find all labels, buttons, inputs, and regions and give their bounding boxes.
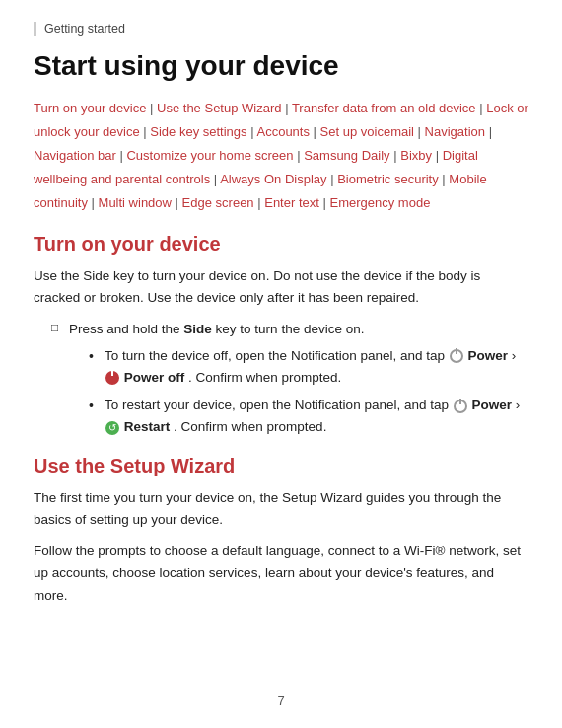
nav-link-side-key[interactable]: Side key settings bbox=[150, 124, 246, 139]
nav-link-samsung-daily[interactable]: Samsung Daily bbox=[304, 148, 389, 163]
power-icon-2 bbox=[454, 400, 467, 413]
nav-link-emergency[interactable]: Emergency mode bbox=[329, 195, 430, 210]
section2-title: Use the Setup Wizard bbox=[34, 455, 528, 477]
nav-link-transfer[interactable]: Transfer data from an old device bbox=[292, 101, 476, 115]
nav-link-setup-wizard[interactable]: Use the Setup Wizard bbox=[157, 101, 281, 115]
section2-para2: Follow the prompts to choose a default l… bbox=[34, 541, 528, 607]
nav-link-home-screen[interactable]: Customize your home screen bbox=[126, 148, 293, 163]
nav-link-bixby[interactable]: Bixby bbox=[400, 148, 432, 163]
section2: Use the Setup Wizard The first time you … bbox=[34, 455, 528, 607]
nav-link-voicemail[interactable]: Set up voicemail bbox=[320, 124, 414, 139]
section1-bullets: Press and hold the Side key to turn the … bbox=[51, 319, 528, 438]
nav-link-turn-on[interactable]: Turn on your device bbox=[34, 101, 146, 115]
nav-link-navigation[interactable]: Navigation bbox=[425, 124, 485, 139]
nav-links: Turn on your device | Use the Setup Wiza… bbox=[34, 97, 528, 215]
power-off-icon bbox=[105, 371, 119, 385]
nav-link-always-on[interactable]: Always On Display bbox=[220, 172, 326, 186]
restart-icon bbox=[105, 421, 119, 435]
page-container: Getting started Start using your device … bbox=[0, 0, 562, 656]
section1-title: Turn on your device bbox=[34, 233, 528, 255]
breadcrumb: Getting started bbox=[34, 22, 528, 36]
section1-intro: Use the Side key to turn your device on.… bbox=[34, 265, 528, 310]
section2-para1: The first time you turn your device on, … bbox=[34, 487, 528, 532]
page-number: 7 bbox=[0, 693, 562, 708]
power-icon bbox=[450, 349, 463, 363]
nav-link-enter-text[interactable]: Enter text bbox=[264, 195, 319, 210]
nav-link-edge-screen[interactable]: Edge screen bbox=[182, 195, 254, 210]
nav-link-biometric[interactable]: Biometric security bbox=[337, 172, 439, 186]
nav-link-multi-window[interactable]: Multi window bbox=[99, 195, 172, 210]
sub-bullet-restart: To restart your device, open the Notific… bbox=[89, 395, 528, 439]
sub-bullet-power-off: To turn the device off, open the Notific… bbox=[89, 345, 528, 390]
section1-sub-bullets: To turn the device off, open the Notific… bbox=[89, 345, 528, 439]
page-title: Start using your device bbox=[34, 49, 528, 83]
nav-link-nav-bar[interactable]: Navigation bar bbox=[34, 148, 116, 163]
nav-link-accounts[interactable]: Accounts bbox=[256, 124, 309, 139]
bullet-level1-item: Press and hold the Side key to turn the … bbox=[51, 319, 528, 438]
